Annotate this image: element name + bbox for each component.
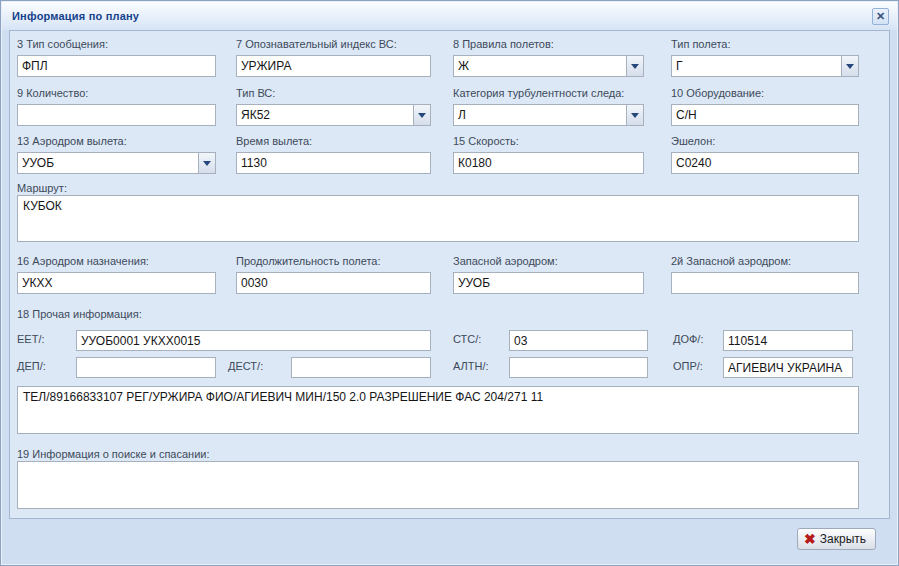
message-type-label: 3 Тип сообщения: [17, 38, 216, 51]
dest-label: ДЕСТ/: [228, 360, 263, 372]
field-departure-time: Время вылета: [236, 135, 431, 174]
altn-label: АЛТН/: [453, 360, 489, 372]
field-message-type: 3 Тип сообщения: [17, 38, 216, 77]
second-alternate-aerodrome-label: 2й Запасной аэродром: [671, 255, 859, 268]
flight-duration-label: Продолжительность полета: [236, 255, 431, 268]
field-equipment: 10 Оборудование: [671, 87, 859, 126]
flight-rules-label: 8 Правила полетов: [453, 38, 644, 51]
departure-aerodrome-select[interactable]: УУОБ [17, 152, 216, 174]
field-flight-rules: 8 Правила полетов: Ж [453, 38, 644, 77]
destination-aerodrome-input[interactable] [17, 272, 216, 294]
flight-rules-select[interactable]: Ж [453, 55, 644, 77]
dep-label: ДЕП/: [17, 360, 46, 372]
departure-aerodrome-label: 13 Аэродром вылета: [17, 135, 216, 148]
wake-turbulence-value: Л [454, 105, 625, 125]
sts-label: СТС/: [453, 333, 481, 345]
close-button[interactable]: ✖ Закрыть [797, 528, 876, 550]
destination-aerodrome-label: 16 Аэродром назначения: [17, 255, 216, 268]
field-alternate-aerodrome: Запасной аэродром: [453, 255, 644, 294]
flight-type-label: Тип полета: [671, 38, 859, 51]
eet-label: ЕЕТ/: [17, 333, 45, 345]
alternate-aerodrome-label: Запасной аэродром: [453, 255, 644, 268]
route-textarea[interactable]: КУБОК [17, 195, 859, 242]
route-label: Маршрут: [17, 182, 67, 194]
field-flight-duration: Продолжительность полета: [236, 255, 431, 294]
other-info-textarea[interactable]: ТЕЛ/89166833107 РЕГ/УРЖИРА ФИО/АГИЕВИЧ М… [17, 386, 859, 434]
dialog-titlebar[interactable]: Информация по плану ✕ [2, 2, 897, 30]
number-label: 9 Количество: [17, 87, 216, 100]
aircraft-type-label: Тип ВС: [236, 87, 431, 100]
field-number: 9 Количество: [17, 87, 216, 126]
chevron-down-icon[interactable] [626, 105, 643, 125]
number-input[interactable] [17, 104, 216, 126]
equipment-label: 10 Оборудование: [671, 87, 859, 100]
level-input[interactable] [671, 152, 859, 174]
flight-plan-info-dialog: Информация по плану ✕ 3 Тип сообщения: 7… [0, 0, 899, 566]
chevron-down-icon[interactable] [626, 56, 643, 76]
sts-input[interactable] [509, 330, 648, 351]
field-flight-type: Тип полета: Г [671, 38, 859, 77]
departure-time-label: Время вылета: [236, 135, 431, 148]
close-icon[interactable]: ✕ [872, 8, 889, 25]
level-label: Эшелон: [671, 135, 859, 148]
alternate-aerodrome-input[interactable] [453, 272, 644, 294]
flight-type-value: Г [672, 56, 840, 76]
dialog-title: Информация по плану [12, 10, 139, 22]
aircraft-type-value: ЯК52 [237, 105, 412, 125]
flight-type-select[interactable]: Г [671, 55, 859, 77]
aircraft-type-select[interactable]: ЯК52 [236, 104, 431, 126]
chevron-down-icon[interactable] [413, 105, 430, 125]
chevron-down-icon[interactable] [198, 153, 215, 173]
sar-info-label: 19 Информация о поиске и спасании: [17, 448, 210, 460]
red-x-icon: ✖ [804, 532, 816, 546]
sar-info-textarea[interactable] [17, 461, 859, 509]
dialog-content-panel: 3 Тип сообщения: 7 Опознавательный индек… [9, 30, 890, 519]
wake-turbulence-select[interactable]: Л [453, 104, 644, 126]
departure-time-input[interactable] [236, 152, 431, 174]
field-second-alternate-aerodrome: 2й Запасной аэродром: [671, 255, 859, 294]
flight-rules-value: Ж [454, 56, 625, 76]
field-aircraft-type: Тип ВС: ЯК52 [236, 87, 431, 126]
speed-input[interactable] [453, 152, 644, 174]
message-type-input[interactable] [17, 55, 216, 77]
altn-input[interactable] [509, 357, 648, 378]
opr-label: ОПР/: [673, 360, 703, 372]
field-aircraft-id: 7 Опознавательный индекс ВС: [236, 38, 431, 77]
dof-label: ДОФ/: [673, 333, 703, 345]
wake-turbulence-label: Категория турбулентности следа: [453, 87, 644, 100]
opr-input[interactable] [723, 357, 853, 378]
speed-label: 15 Скорость: [453, 135, 644, 148]
flight-duration-input[interactable] [236, 272, 431, 294]
dest-input[interactable] [291, 357, 431, 378]
field-departure-aerodrome: 13 Аэродром вылета: УУОБ [17, 135, 216, 174]
eet-input[interactable] [76, 330, 431, 351]
second-alternate-aerodrome-input[interactable] [671, 272, 859, 294]
equipment-input[interactable] [671, 104, 859, 126]
field-speed: 15 Скорость: [453, 135, 644, 174]
field-wake-turbulence: Категория турбулентности следа: Л [453, 87, 644, 126]
aircraft-id-label: 7 Опознавательный индекс ВС: [236, 38, 431, 51]
chevron-down-icon[interactable] [841, 56, 858, 76]
dof-input[interactable] [723, 330, 853, 351]
field-level: Эшелон: [671, 135, 859, 174]
other-info-heading: 18 Прочая информация: [17, 308, 142, 320]
departure-aerodrome-value: УУОБ [18, 153, 197, 173]
close-button-label: Закрыть [820, 532, 866, 546]
field-destination-aerodrome: 16 Аэродром назначения: [17, 255, 216, 294]
dep-input[interactable] [76, 357, 216, 378]
aircraft-id-input[interactable] [236, 55, 431, 77]
